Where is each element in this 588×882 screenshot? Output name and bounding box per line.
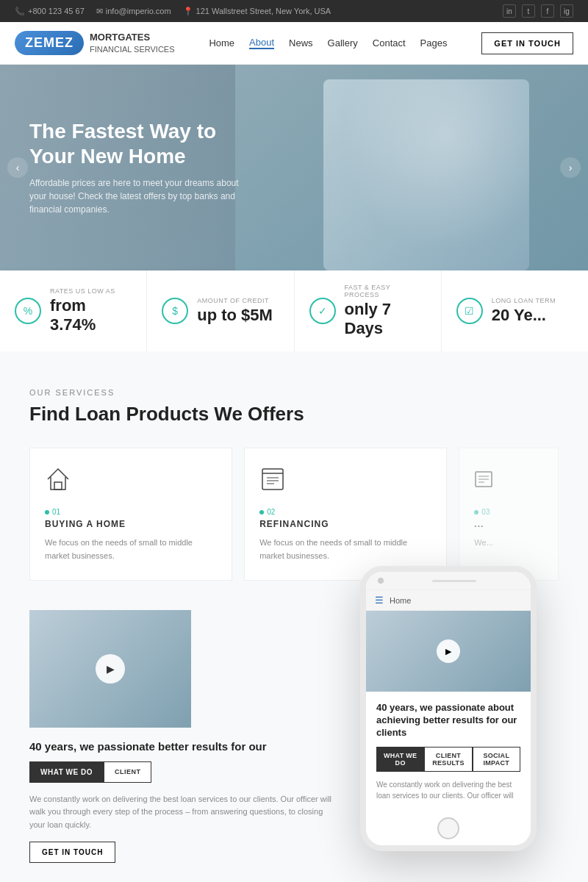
buying-num: 01 (45, 508, 217, 516)
partial-icon (474, 466, 543, 498)
phone-menu-icon: ☰ (375, 595, 384, 606)
get-in-touch-button[interactable]: GET IN TOUCH (481, 32, 573, 54)
services-title: Find Loan Products We Offers (29, 403, 559, 426)
phone-play-button[interactable]: ▶ (437, 639, 460, 663)
main-nav: Home About News Gallery Contact Pages (209, 37, 447, 49)
hero-title: The Fastest Way to Your New Home (29, 119, 250, 168)
nav-about[interactable]: About (249, 37, 274, 49)
stat-loan-label: LONG LOAN TERM (492, 297, 556, 304)
services-section: OUR SERVICESS Find Loan Products We Offe… (0, 351, 588, 882)
stat-credit-content: AMOUNT OF CREDIT up to $5M (197, 297, 273, 325)
rates-icon: % (15, 298, 41, 324)
address-info: 📍 121 Wallstreet Street, New York, USA (183, 7, 331, 16)
buying-icon (45, 466, 217, 498)
stat-loan-value: 20 Ye... (492, 306, 556, 325)
stat-rates: % RATES US LOW AS from 3.74% (0, 270, 147, 351)
service-card-refinancing: 02 REFINANCING We focus on the needs of … (244, 448, 447, 581)
buying-desc: We focus on the needs of small to middle… (45, 537, 217, 562)
nav-news[interactable]: News (289, 37, 313, 49)
stat-loan-content: LONG LOAN TERM 20 Ye... (492, 297, 556, 325)
phone-screen-image: ▶ (366, 611, 531, 692)
stat-loan: ☑ LONG LOAN TERM 20 Ye... (442, 270, 588, 351)
svg-rect-0 (54, 482, 62, 490)
hero-arrow-right[interactable]: › (560, 157, 581, 178)
nav-pages[interactable]: Pages (420, 37, 448, 49)
phone-camera (378, 578, 384, 584)
service-cards-container: 01 BUYING A HOME We focus on the needs o… (29, 448, 559, 581)
buying-title: BUYING A HOME (45, 519, 217, 529)
phone-mockup-wrapper: ☰ Home ▶ 40 years, we passionate about a… (360, 566, 551, 851)
about-content-left: ▶ 40 years, we passionate better results… (29, 610, 360, 863)
logo-badge[interactable]: ZEMEZ (15, 31, 84, 55)
nav-gallery[interactable]: Gallery (328, 37, 358, 49)
phone-tab-what[interactable]: WHAT WE DO (376, 747, 424, 772)
hero-section: The Fastest Way to Your New Home Afforda… (0, 65, 588, 270)
nav-home[interactable]: Home (209, 37, 234, 49)
stat-process-value: only 7 Days (345, 300, 426, 338)
stat-credit-label: AMOUNT OF CREDIT (197, 297, 273, 304)
stat-credit-value: up to $5M (197, 306, 273, 325)
phone-nav-label: Home (390, 596, 411, 605)
linkedin-icon[interactable]: in (503, 4, 516, 18)
credit-icon: $ (162, 298, 188, 324)
play-button[interactable]: ▶ (96, 654, 125, 684)
twitter-icon[interactable]: t (522, 4, 535, 18)
tab-what-we-do[interactable]: WHAT WE DO (29, 761, 104, 783)
about-text-block: 40 years, we passionate better results f… (29, 739, 338, 863)
service-card-buying: 01 BUYING A HOME We focus on the needs o… (29, 448, 232, 581)
header: ZEMEZ MORTGATES FINANCIAL SERVICES Home … (0, 22, 588, 65)
location-icon: 📍 (183, 7, 193, 16)
about-description: We constantly work on delivering the bes… (29, 793, 338, 832)
services-label: OUR SERVICESS (29, 388, 559, 397)
hero-subtitle: Affordable prices are here to meet your … (29, 176, 250, 216)
partial-title: ... (474, 519, 543, 529)
partial-num: 03 (474, 508, 543, 516)
refinancing-title: REFINANCING (259, 519, 431, 529)
facebook-icon[interactable]: f (541, 4, 554, 18)
stat-rates-label: RATES US LOW AS (50, 287, 132, 295)
phone-content: 40 years, we passionate about achieving … (366, 692, 531, 811)
phone-speaker (432, 580, 476, 582)
stats-bar: % RATES US LOW AS from 3.74% $ AMOUNT OF… (0, 270, 588, 351)
hero-arrow-left[interactable]: ‹ (7, 157, 28, 178)
hero-content: The Fastest Way to Your New Home Afforda… (0, 119, 279, 215)
loan-icon: ☑ (456, 298, 483, 324)
logo-text: MORTGATES FINANCIAL SERVICES (90, 32, 175, 54)
stat-rates-content: RATES US LOW AS from 3.74% (50, 287, 132, 334)
nav-contact[interactable]: Contact (373, 37, 406, 49)
phone-info: 📞 +800 123 45 67 (15, 7, 85, 16)
stat-rates-value: from 3.74% (50, 296, 132, 334)
tab-client[interactable]: CLIENT (104, 761, 152, 783)
process-icon: ✓ (309, 298, 336, 324)
logo-area: ZEMEZ MORTGATES FINANCIAL SERVICES (15, 31, 175, 55)
phone-mockup: ☰ Home ▶ 40 years, we passionate about a… (360, 566, 537, 851)
stat-credit: $ AMOUNT OF CREDIT up to $5M (147, 270, 294, 351)
refinancing-num: 02 (259, 508, 431, 516)
refinancing-desc: We focus on the needs of small to middle… (259, 537, 431, 562)
about-phone-wrapper: ▶ 40 years, we passionate better results… (29, 610, 559, 882)
about-title: 40 years, we passionate better results f… (29, 739, 338, 754)
email-info: ✉ info@imperio.com (96, 7, 171, 16)
top-bar-contact: 📞 +800 123 45 67 ✉ info@imperio.com 📍 12… (15, 7, 331, 16)
about-tabs: WHAT WE DO CLIENT (29, 761, 338, 783)
stat-process-content: FAST & EASY PROCESS only 7 Days (345, 284, 426, 338)
social-links: in t f ig (503, 4, 573, 18)
phone-icon: 📞 (15, 7, 25, 16)
phone-tabs: WHAT WE DO CLIENT RESULTS SOCIAL IMPACT (376, 747, 520, 772)
phone-home-button[interactable] (437, 817, 459, 839)
phone-content-title: 40 years, we passionate about achieving … (376, 702, 520, 739)
stat-process-label: FAST & EASY PROCESS (345, 284, 426, 298)
svg-rect-1 (262, 469, 283, 490)
phone-tab-client[interactable]: CLIENT RESULTS (424, 747, 472, 772)
stat-process: ✓ FAST & EASY PROCESS only 7 Days (295, 270, 442, 351)
top-bar: 📞 +800 123 45 67 ✉ info@imperio.com 📍 12… (0, 0, 588, 22)
about-cta-button[interactable]: GET IN TOUCH (29, 842, 115, 863)
refinancing-icon (259, 466, 431, 498)
service-card-partial: 03 ... We... (459, 448, 559, 581)
phone-tab-social[interactable]: SOCIAL IMPACT (473, 747, 520, 772)
instagram-icon[interactable]: ig (560, 4, 573, 18)
phone-desc: We constantly work on delivering the bes… (376, 779, 520, 801)
hero-person-visual (323, 79, 529, 270)
phone-status-bar (366, 572, 531, 590)
about-inner: ▶ 40 years, we passionate better results… (29, 610, 559, 863)
